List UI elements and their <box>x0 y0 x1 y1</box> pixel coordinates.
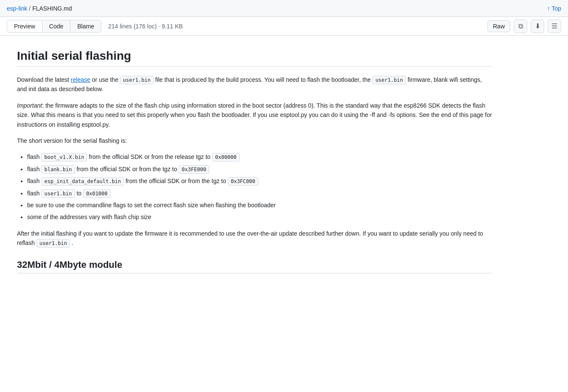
li4-code2: 0x01000 <box>83 189 111 198</box>
para4-before: After the initial flashing if you want t… <box>17 230 483 246</box>
raw-button[interactable]: Raw <box>487 20 510 32</box>
release-link[interactable]: release <box>71 76 90 83</box>
li3-middle: from the official SDK or from the tgz to <box>124 178 228 184</box>
important-em: Important <box>17 102 42 109</box>
li4-before: flash <box>27 190 41 197</box>
breadcrumb-separator: / <box>29 5 31 12</box>
li2-middle: from the official SDK or from the tgz to <box>75 166 179 172</box>
para2-text: : the firmware adapts to the size of the… <box>17 102 492 128</box>
header-bar: esp-link / FLASHING.md ↑ Top <box>0 0 568 17</box>
li3-code2: 0x3FC000 <box>228 177 258 186</box>
up-arrow-icon: ↑ <box>547 5 550 12</box>
list-item: flash user1.bin to 0x01000 <box>27 189 492 198</box>
para1-text-rest: file that is produced by the build proce… <box>154 76 372 83</box>
li4-code1: user1.bin <box>41 189 75 198</box>
tab-preview[interactable]: Preview <box>7 20 42 33</box>
li1-before: flash <box>27 153 41 160</box>
li3-before: flash <box>27 178 41 184</box>
li4-middle: to <box>75 190 83 197</box>
paragraph-3: The short version for the serial flashin… <box>17 136 492 145</box>
top-link[interactable]: ↑ Top <box>547 5 561 12</box>
toolbar-right: Raw ⧉ ⬇ ☰ <box>487 19 561 33</box>
li1-code2: 0x00000 <box>212 153 240 161</box>
para4-end: . <box>70 239 73 246</box>
list-item: flash blank.bin from the official SDK or… <box>27 164 492 174</box>
copy-button[interactable]: ⧉ <box>514 19 527 33</box>
li1-middle: from the official SDK or from the releas… <box>87 153 212 160</box>
para1-code1: user1.bin <box>120 76 154 84</box>
main-content: Initial serial flashing Download the lat… <box>0 36 509 292</box>
tab-blame[interactable]: Blame <box>70 20 101 33</box>
heading-2: 32Mbit / 4Mbyte module <box>17 259 492 273</box>
top-label: Top <box>551 5 561 12</box>
li6-text: some of the addresses vary with flash ch… <box>27 214 151 220</box>
tab-code[interactable]: Code <box>42 20 70 33</box>
li1-code1: boot_v1.X.bin <box>41 153 87 161</box>
file-meta: 214 lines (176 loc) · 9.11 KB <box>108 23 183 30</box>
download-button[interactable]: ⬇ <box>531 19 544 33</box>
list-item: flash boot_v1.X.bin from the official SD… <box>27 152 492 161</box>
list-item: some of the addresses vary with flash ch… <box>27 212 492 222</box>
toolbar-left: Preview Code Blame 214 lines (176 loc) ·… <box>7 20 183 33</box>
para1-text-before-link: Download the latest <box>17 76 71 83</box>
para1-code2: user1.bin <box>372 76 406 84</box>
list-item: flash esp_init_data_default.bin from the… <box>27 176 492 186</box>
paragraph-2: Important: the firmware adapts to the si… <box>17 101 492 129</box>
toolbar: Preview Code Blame 214 lines (176 loc) ·… <box>0 17 568 36</box>
flash-list: flash boot_v1.X.bin from the official SD… <box>27 152 492 222</box>
li3-code1: esp_init_data_default.bin <box>41 177 124 186</box>
li2-before: flash <box>27 166 41 172</box>
li2-code1: blank.bin <box>41 165 75 174</box>
breadcrumb: esp-link / FLASHING.md <box>7 5 72 12</box>
paragraph-4: After the initial flashing if you want t… <box>17 229 492 248</box>
breadcrumb-file: FLASHING.md <box>32 5 72 12</box>
para1-text-after-link: or use the <box>90 76 120 83</box>
li5-text: be sure to use the commandline flags to … <box>27 202 276 209</box>
tab-group: Preview Code Blame <box>7 20 101 33</box>
breadcrumb-repo-link[interactable]: esp-link <box>7 5 27 12</box>
list-button[interactable]: ☰ <box>548 19 561 33</box>
para4-code: user1.bin <box>36 239 70 247</box>
list-item: be sure to use the commandline flags to … <box>27 200 492 210</box>
main-heading: Initial serial flashing <box>17 49 492 67</box>
paragraph-1: Download the latest release or use the u… <box>17 75 492 94</box>
li2-code2: 0x3FE000 <box>179 165 209 174</box>
